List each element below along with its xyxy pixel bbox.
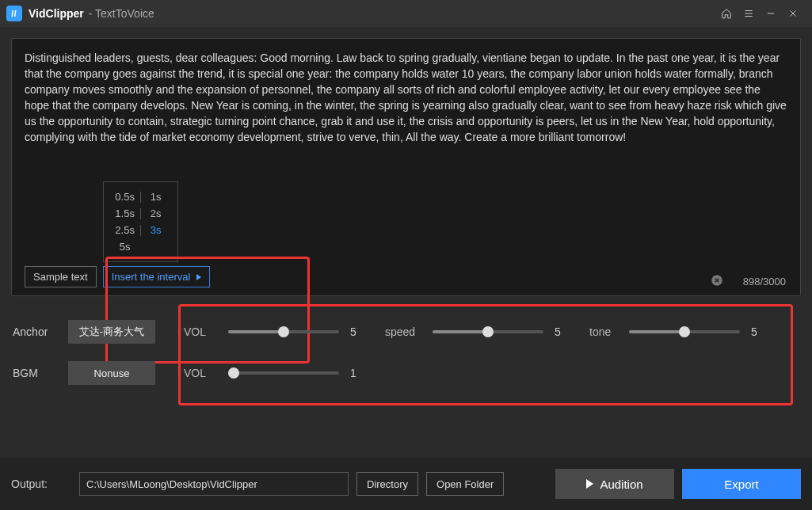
tone-slider-block: tone 5 bbox=[589, 325, 762, 338]
interval-option[interactable]: 1s bbox=[141, 191, 171, 203]
close-icon[interactable] bbox=[782, 2, 804, 25]
speed-slider[interactable] bbox=[433, 330, 543, 333]
settings-area: Anchor 艾达-商务大气 VOL 5 speed bbox=[11, 310, 801, 385]
titlebar: VidClipper - TextToVoice bbox=[0, 0, 812, 27]
interval-option-selected[interactable]: 3s bbox=[141, 224, 171, 236]
speed-value: 5 bbox=[555, 325, 566, 338]
interval-option[interactable]: 5s bbox=[110, 241, 140, 253]
home-icon[interactable] bbox=[715, 2, 738, 25]
interval-popup: 0.5s 1s 1.5s 2s 2.5s 3s bbox=[103, 181, 178, 262]
char-counter: 898/3000 bbox=[743, 276, 786, 287]
output-label: Output: bbox=[11, 478, 71, 490]
anchor-row: Anchor 艾达-商务大气 VOL 5 speed bbox=[11, 320, 801, 344]
sample-text-button[interactable]: Sample text bbox=[25, 266, 97, 287]
open-folder-button[interactable]: Open Folder bbox=[426, 472, 504, 496]
anchor-label: Anchor bbox=[11, 325, 68, 338]
app-name: VidClipper bbox=[29, 7, 84, 20]
insert-interval-label: Insert the interval bbox=[112, 271, 191, 283]
speed-label: speed bbox=[385, 325, 421, 338]
interval-option[interactable]: 0.5s bbox=[110, 191, 140, 203]
vol-label: VOL bbox=[184, 325, 217, 338]
window-subtitle: - TextToVoice bbox=[89, 7, 154, 20]
export-button[interactable]: Export bbox=[682, 469, 801, 499]
vol-slider-block: VOL 5 bbox=[184, 325, 361, 338]
text-panel-footer: Sample text Insert the interval 0.5s 1s … bbox=[25, 266, 787, 287]
anchor-select[interactable]: 艾达-商务大气 bbox=[68, 320, 155, 344]
interval-option[interactable]: 2.5s bbox=[110, 224, 140, 236]
content-area: Distinguished leaders, guests, dear coll… bbox=[0, 27, 812, 458]
tone-slider[interactable] bbox=[629, 330, 740, 333]
interval-option[interactable]: 2s bbox=[141, 207, 171, 219]
vol-slider[interactable] bbox=[228, 330, 339, 333]
minimize-icon[interactable] bbox=[760, 2, 782, 25]
directory-button[interactable]: Directory bbox=[356, 472, 418, 496]
interval-option[interactable]: 1.5s bbox=[110, 207, 140, 219]
bgm-vol-value: 1 bbox=[350, 367, 361, 379]
tone-label: tone bbox=[589, 325, 618, 338]
text-panel: Distinguished leaders, guests, dear coll… bbox=[11, 38, 801, 296]
app-logo bbox=[6, 6, 22, 21]
bgm-vol-slider-block: VOL 1 bbox=[184, 367, 361, 379]
tone-value: 5 bbox=[751, 325, 762, 338]
bgm-vol-label: VOL bbox=[184, 367, 217, 379]
bgm-label: BGM bbox=[11, 367, 68, 379]
bgm-row: BGM Nonuse VOL 1 bbox=[11, 361, 801, 385]
play-icon bbox=[586, 479, 593, 489]
footer-bar: Output: Directory Open Folder Audition E… bbox=[0, 458, 812, 510]
clear-text-icon[interactable] bbox=[710, 273, 724, 287]
output-path-input[interactable] bbox=[79, 472, 349, 496]
triangle-right-icon bbox=[196, 274, 201, 280]
menu-icon[interactable] bbox=[738, 2, 760, 25]
audition-label: Audition bbox=[600, 478, 642, 491]
bgm-select[interactable]: Nonuse bbox=[68, 361, 155, 385]
bgm-vol-slider[interactable] bbox=[228, 371, 339, 375]
audition-button[interactable]: Audition bbox=[555, 469, 674, 499]
speed-slider-block: speed 5 bbox=[385, 325, 566, 338]
vol-value: 5 bbox=[350, 325, 361, 338]
insert-interval-button[interactable]: Insert the interval bbox=[103, 266, 211, 287]
